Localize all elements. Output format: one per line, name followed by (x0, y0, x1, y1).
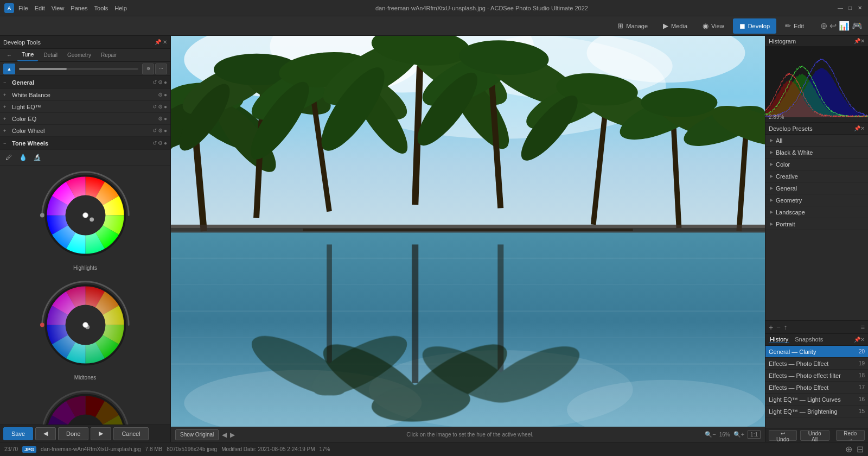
tab-snapshots[interactable]: Snapshots (794, 336, 824, 343)
export-preset-icon[interactable]: ↑ (784, 323, 788, 331)
tool-general[interactable]: − General ↺ ⚙ ● (0, 76, 170, 89)
done-button[interactable]: Done (58, 427, 88, 440)
cancel-button[interactable]: Cancel (113, 427, 148, 440)
settings-cw-icon[interactable]: ⚙ (158, 128, 163, 134)
pin-ceq-icon[interactable]: ● (164, 116, 167, 122)
history-item-5[interactable]: Light EQ™ — Brightening 15 (765, 406, 868, 417)
delete-preset-icon[interactable]: − (776, 323, 781, 331)
zoom-ratio[interactable]: 1:1 (748, 430, 761, 439)
reset-leq-icon[interactable]: ↺ (152, 104, 157, 110)
menu-file[interactable]: File (18, 5, 28, 11)
settings-leq-icon[interactable]: ⚙ (158, 104, 163, 110)
extra-icon-3[interactable]: 📊 (839, 21, 850, 31)
pin-wb-icon[interactable]: ● (164, 92, 167, 98)
reset-wb-icon[interactable]: ⚙ (158, 92, 163, 98)
tool-color-wheel[interactable]: + Color Wheel ↺ ⚙ ● (0, 125, 170, 137)
save-button[interactable]: Save (3, 427, 33, 440)
tool-light-eq[interactable]: + Light EQ™ ↺ ⚙ ● (0, 101, 170, 113)
presets-pin-icon[interactable]: 📌 (854, 125, 860, 131)
tab-tune[interactable]: Tune (17, 49, 38, 61)
menu-edit[interactable]: Edit (35, 5, 45, 11)
bottom-icon-1[interactable]: ⊕ (845, 444, 852, 454)
tool-preset-btn[interactable]: ⚙ (142, 64, 154, 74)
tab-back[interactable]: ← (2, 49, 16, 61)
extra-icon-4[interactable]: 🎮 (852, 21, 863, 31)
tab-geometry[interactable]: Geometry (63, 49, 95, 61)
tool-mode-tune[interactable]: ▲ (3, 64, 15, 74)
reset-icon[interactable]: ↺ (152, 79, 157, 85)
history-pin-icon[interactable]: 📌 (854, 337, 860, 343)
menu-panes[interactable]: Panes (71, 5, 87, 11)
edit-button[interactable]: ✏ Edit (778, 18, 810, 34)
preset-creative[interactable]: ▶ Creative (765, 170, 868, 182)
eyedropper-icon[interactable]: 🖊 (3, 152, 14, 163)
window-close[interactable]: ✕ (856, 4, 864, 12)
preset-color[interactable]: ▶ Color (765, 159, 868, 170)
next-button[interactable]: ▶ (91, 427, 111, 440)
undo-all-button[interactable]: Undo All (800, 430, 829, 441)
midtones-wheel-svg[interactable] (38, 277, 133, 372)
pin-cw-icon[interactable]: ● (164, 128, 167, 134)
menu-bar[interactable]: File Edit View Panes Tools Help (18, 5, 127, 11)
pin-leq-icon[interactable]: ● (164, 104, 167, 110)
window-minimize[interactable]: — (837, 4, 844, 12)
reset-cw-icon[interactable]: ↺ (152, 128, 157, 134)
history-close-icon[interactable]: ✕ (860, 337, 865, 343)
redo-button[interactable]: Redo → (836, 430, 865, 441)
tool-tone-wheels[interactable]: − Tone Wheels ↺ ⚙ ● (0, 137, 170, 150)
window-maximize[interactable]: □ (846, 4, 854, 12)
prev-image-icon[interactable]: ◀ (222, 431, 227, 439)
shadows-wheel-svg[interactable] (38, 387, 133, 425)
tab-detail[interactable]: Detail (39, 49, 62, 61)
zoom-up-icon[interactable]: 🔍+ (733, 431, 744, 438)
pin-icon[interactable]: ● (164, 79, 167, 85)
highlights-wheel-svg[interactable] (38, 168, 133, 263)
show-original-button[interactable]: Show Original (175, 429, 219, 440)
extra-icon-1[interactable]: ⊕ (820, 21, 827, 31)
settings-icon[interactable]: ⚙ (158, 79, 163, 85)
more-preset-icon[interactable]: ≡ (860, 323, 865, 331)
tab-repair[interactable]: Repair (97, 49, 121, 61)
develop-button[interactable]: ◼ Develop (733, 18, 776, 34)
history-item-3[interactable]: Effects — Photo Effect 17 (765, 382, 868, 394)
bottom-icon-2[interactable]: ⊟ (857, 444, 864, 454)
tab-history[interactable]: History (769, 336, 789, 343)
history-item-1[interactable]: Effects — Photo Effect 19 (765, 358, 868, 370)
prev-button[interactable]: ◀ (35, 427, 56, 440)
history-item-0[interactable]: General — Clarity 20 (765, 346, 868, 358)
preset-landscape[interactable]: ▶ Landscape (765, 206, 868, 218)
undo-button[interactable]: ↩ Undo (769, 430, 797, 441)
image-container[interactable] (171, 36, 765, 427)
menu-tools[interactable]: Tools (94, 5, 108, 11)
window-controls[interactable]: — □ ✕ (837, 4, 864, 12)
next-image-icon[interactable]: ▶ (230, 431, 235, 439)
view-button[interactable]: ◉ View (696, 18, 731, 34)
preset-geometry[interactable]: ▶ Geometry (765, 194, 868, 206)
panel-pin-icon[interactable]: 📌 (155, 39, 161, 45)
settings-tw-icon[interactable]: ⚙ (158, 140, 163, 146)
tool-white-balance[interactable]: + White Balance ⚙ ● (0, 89, 170, 101)
preset-portrait[interactable]: ▶ Portrait (765, 218, 868, 230)
menu-help[interactable]: Help (114, 5, 127, 11)
panel-close-icon[interactable]: ✕ (163, 39, 167, 45)
reset-tw-icon[interactable]: ↺ (152, 140, 157, 146)
menu-view[interactable]: View (52, 5, 65, 11)
tool-color-eq[interactable]: + Color EQ ⚙ ● (0, 113, 170, 125)
eyedropper2-icon[interactable]: 💧 (17, 152, 28, 163)
tool-settings-btn[interactable]: ⋯ (155, 64, 167, 74)
history-item-4[interactable]: Light EQ™ — Light Curves 16 (765, 394, 868, 406)
pipette-icon[interactable]: 🔬 (31, 152, 42, 163)
presets-close-icon[interactable]: ✕ (860, 125, 865, 131)
zoom-down-icon[interactable]: 🔍− (705, 431, 716, 438)
add-preset-icon[interactable]: + (769, 323, 773, 332)
preset-black-white[interactable]: ▶ Black & White (765, 147, 868, 159)
manage-button[interactable]: ⊞ Manage (611, 18, 654, 34)
media-button[interactable]: ▶ Media (656, 18, 694, 34)
histogram-pin-icon[interactable]: 📌 (854, 38, 860, 44)
extra-icon-2[interactable]: ↩ (829, 21, 837, 31)
preset-all[interactable]: ▶ All (765, 135, 868, 147)
settings-ceq-icon[interactable]: ⚙ (158, 116, 163, 122)
pin-tw-icon[interactable]: ● (164, 140, 167, 146)
history-item-2[interactable]: Effects — Photo effect filter 18 (765, 370, 868, 382)
histogram-close-icon[interactable]: ✕ (860, 38, 865, 44)
